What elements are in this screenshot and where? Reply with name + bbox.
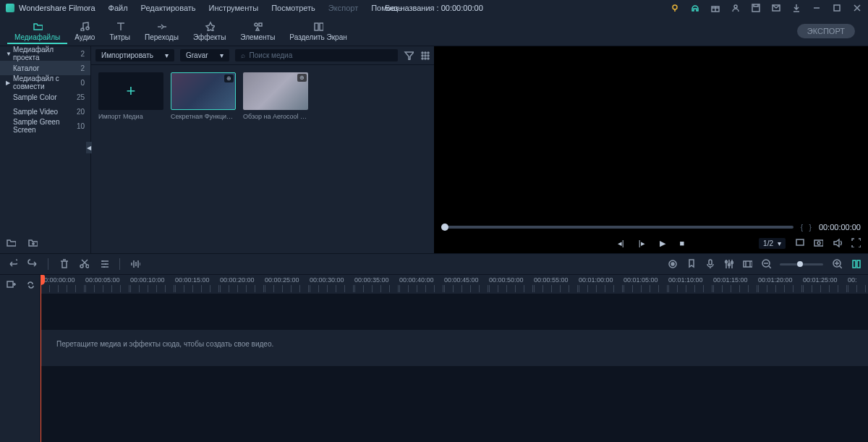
svg-point-16 xyxy=(425,55,426,56)
menu-tools[interactable]: Инструменты xyxy=(209,4,259,12)
timeline-tick: 00:01:05:00 xyxy=(624,275,668,294)
download-icon[interactable] xyxy=(791,3,801,13)
main-tabs: Медиафайлы Аудио Титры Переходы Эффекты … xyxy=(0,16,868,46)
tab-titles[interactable]: Титры xyxy=(102,17,137,44)
svg-point-6 xyxy=(81,28,84,31)
redo-icon[interactable] xyxy=(27,258,38,270)
gift-icon[interactable] xyxy=(710,3,720,13)
sidebar-item-video[interactable]: Sample Video 20 xyxy=(0,104,90,119)
sidebar-item-project[interactable]: ▼ Медиафайл проекта 2 xyxy=(0,46,90,61)
minimize-icon[interactable] xyxy=(812,3,822,13)
menu-edit[interactable]: Редактировать xyxy=(141,4,196,12)
tab-media-label: Медиафайлы xyxy=(14,33,60,41)
tab-effects[interactable]: Эффекты xyxy=(186,17,233,44)
mail-icon[interactable] xyxy=(771,3,781,13)
tab-transitions[interactable]: Переходы xyxy=(137,17,186,44)
zoom-out-icon[interactable] xyxy=(761,258,771,270)
snapshot-icon[interactable] xyxy=(813,237,823,249)
grid-view-icon[interactable] xyxy=(420,50,430,61)
user-icon[interactable] xyxy=(731,3,741,13)
preview-video[interactable] xyxy=(434,46,868,221)
menu-view[interactable]: Посмотреть xyxy=(271,4,315,12)
sidebar-item-catalog[interactable]: Каталог 2 xyxy=(0,61,90,75)
close-icon[interactable] xyxy=(852,3,862,13)
stop-icon[interactable]: ■ xyxy=(680,239,685,247)
record-icon[interactable] xyxy=(667,258,677,270)
sort-dropdown[interactable]: Gravar ▾ xyxy=(180,49,229,61)
import-label: Импортировать xyxy=(101,51,153,59)
link-icon[interactable] xyxy=(25,279,35,290)
cut-icon[interactable] xyxy=(79,258,89,270)
zoom-slider[interactable] xyxy=(780,263,823,265)
split-icon xyxy=(312,20,324,32)
media-import-tile[interactable]: + Импорт Медиа xyxy=(98,72,163,120)
zoom-in-icon[interactable] xyxy=(832,258,842,270)
search-input[interactable]: ⌕ Поиск медиа xyxy=(235,49,398,61)
tab-split-label: Разделить Экран xyxy=(289,33,346,41)
media-clip2[interactable]: ⊕ Обзор на Aerocool Bion... xyxy=(243,72,308,120)
svg-point-15 xyxy=(422,55,423,56)
volume-icon[interactable] xyxy=(832,237,842,249)
sidebar-item-color[interactable]: Sample Color 25 xyxy=(0,90,90,104)
sidebar-item-green[interactable]: Sample Green Screen 10 xyxy=(0,119,90,133)
playhead[interactable] xyxy=(41,275,41,442)
timeline-ruler[interactable]: 00:00:00:0000:00:05:0000:00:10:0000:00:1… xyxy=(41,275,868,294)
adjust-icon[interactable] xyxy=(99,258,109,270)
folder-icon xyxy=(32,20,43,32)
media-clip1-label: Секретная Функция W... xyxy=(171,113,236,120)
mixer-icon[interactable] xyxy=(723,258,733,270)
folder-plus-icon[interactable] xyxy=(27,237,38,249)
fullscreen-icon[interactable] xyxy=(851,237,861,249)
menu-file[interactable]: Файл xyxy=(109,4,128,12)
svg-point-23 xyxy=(817,242,820,245)
transitions-icon xyxy=(156,20,167,32)
media-panel: Импортировать ▾ Gravar ▾ ⌕ Поиск медиа +… xyxy=(91,46,434,253)
headphone-icon[interactable] xyxy=(690,3,700,13)
timeline-track[interactable]: A : 🔒 🔊 xyxy=(41,366,868,402)
sidebar-compat-count: 0 xyxy=(80,79,85,87)
filter-icon[interactable] xyxy=(404,50,414,61)
export-button[interactable]: ЭКСПОРТ xyxy=(797,24,855,38)
add-badge-icon[interactable]: ⊕ xyxy=(224,75,234,82)
svg-point-8 xyxy=(255,23,258,26)
tab-media[interactable]: Медиафайлы xyxy=(7,17,67,44)
tab-audio[interactable]: Аудио xyxy=(67,17,102,44)
tab-split[interactable]: Разделить Экран xyxy=(282,17,354,44)
sidebar-item-compat[interactable]: ▶ Медиафайл с совмести 0 xyxy=(0,75,90,90)
undo-icon[interactable] xyxy=(7,258,17,270)
add-badge-icon[interactable]: ⊕ xyxy=(297,74,307,82)
sort-label: Gravar xyxy=(186,51,208,59)
timeline-track[interactable] xyxy=(41,294,868,330)
maximize-icon[interactable] xyxy=(832,3,842,13)
menu-export[interactable]: Экспорт xyxy=(328,4,358,12)
preview-scrubber[interactable] xyxy=(441,226,793,229)
tab-transitions-label: Переходы xyxy=(145,33,179,41)
new-folder-icon[interactable] xyxy=(6,237,16,249)
frame-icon[interactable] xyxy=(742,258,752,270)
prev-frame-icon[interactable]: ◂| xyxy=(618,239,624,248)
voice-icon[interactable] xyxy=(130,258,140,270)
marker-icon[interactable] xyxy=(686,258,696,270)
track-add-icon[interactable] xyxy=(6,279,16,290)
save-icon[interactable] xyxy=(751,3,761,13)
import-dropdown[interactable]: Импортировать ▾ xyxy=(95,49,174,61)
media-clip2-label: Обзор на Aerocool Bion... xyxy=(243,113,308,120)
zoom-ratio-select[interactable]: 1/2▾ xyxy=(759,238,786,249)
media-clip1[interactable]: ⊕ Секретная Функция W... xyxy=(171,72,236,120)
crop-icon[interactable] xyxy=(794,237,804,249)
play-icon[interactable]: ▶ xyxy=(660,239,665,248)
mic-icon[interactable] xyxy=(705,258,715,270)
tab-audio-label: Аудио xyxy=(75,33,95,41)
lightbulb-icon[interactable] xyxy=(670,3,680,13)
timeline-tick: 00:00:20:00 xyxy=(220,275,265,294)
delete-icon[interactable] xyxy=(59,258,69,270)
svg-point-17 xyxy=(427,55,429,56)
timeline-track[interactable]: B : 🔒 👁 Перетащите медиа и эффекты сюда,… xyxy=(41,330,868,366)
sidebar-collapse-button[interactable]: ◀ xyxy=(86,142,92,153)
search-icon: ⌕ xyxy=(241,51,245,59)
marker-controls[interactable]: { } xyxy=(801,224,812,231)
next-frame-icon[interactable]: |▸ xyxy=(639,239,645,248)
fit-icon[interactable] xyxy=(851,258,861,270)
tab-elements[interactable]: Элементы xyxy=(233,17,282,44)
sidebar-color-count: 25 xyxy=(77,93,85,101)
